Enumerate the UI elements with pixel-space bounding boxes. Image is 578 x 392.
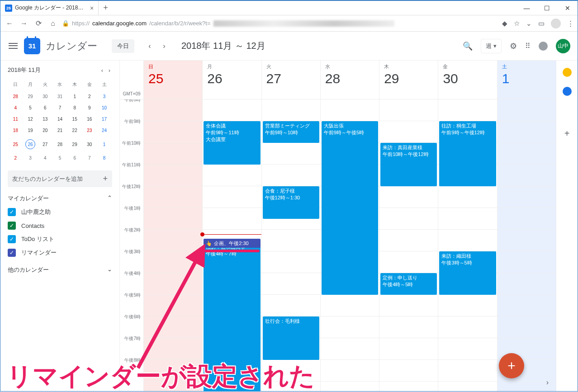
mini-next-icon[interactable]: › (107, 67, 112, 74)
back-icon[interactable]: ← (4, 18, 15, 29)
calendar-event[interactable]: 壮行会：毛利様 (263, 316, 319, 360)
pocket-icon[interactable]: ⌄ (526, 19, 532, 28)
mini-day[interactable]: 1 (97, 137, 111, 152)
mini-day[interactable]: 20 (38, 125, 52, 136)
mini-day[interactable]: 4 (9, 103, 23, 113)
reload-icon[interactable]: ⟳ (33, 18, 44, 29)
mini-day[interactable]: 3 (24, 153, 38, 163)
checkbox-icon[interactable]: ✓ (8, 208, 16, 216)
calendar-item[interactable]: ✓Contacts (8, 222, 112, 230)
add-friend-calendar[interactable]: 友だちのカレンダーを追加 + (8, 170, 112, 187)
tab-close-icon[interactable]: × (90, 5, 94, 12)
checkbox-icon[interactable]: ✓ (8, 249, 16, 257)
hamburger-icon[interactable] (8, 41, 19, 52)
collapse-icon[interactable]: ⌄ (107, 266, 112, 274)
mini-day[interactable]: 12 (24, 114, 38, 124)
panel-icon[interactable]: ▭ (538, 19, 545, 28)
menu-icon[interactable]: ⋮ (567, 19, 574, 28)
mini-day[interactable]: 13 (38, 114, 52, 124)
add-icon[interactable]: + (564, 128, 570, 139)
checkbox-icon[interactable]: ✓ (8, 222, 16, 230)
day-column[interactable]: 大阪出張午前9時～午後5時 (320, 99, 379, 391)
mini-day[interactable]: 22 (68, 125, 82, 136)
day-column[interactable] (497, 99, 556, 391)
mini-day[interactable]: 9 (83, 103, 97, 113)
day-header[interactable]: 木29 (379, 61, 438, 99)
mini-day[interactable]: 18 (9, 125, 23, 136)
mini-prev-icon[interactable]: ‹ (99, 67, 105, 74)
plus-icon[interactable]: + (103, 174, 108, 184)
calendar-item[interactable]: ✓山中鹿之助 (8, 208, 112, 216)
day-header[interactable]: 火27 (261, 61, 320, 99)
mini-day[interactable]: 28 (53, 137, 67, 152)
mini-day[interactable]: 4 (38, 153, 52, 163)
browser-tab[interactable]: 26 Google カレンダー - 2018年 11月 2 × (0, 1, 99, 15)
mini-calendar[interactable]: 日月火水木金土 28293031123456789101112131415161… (8, 78, 112, 164)
mini-day[interactable]: 2 (9, 153, 23, 163)
mini-day[interactable]: 1 (68, 91, 82, 102)
mini-day[interactable]: 24 (97, 125, 111, 136)
mini-day[interactable]: 16 (83, 114, 97, 124)
mini-day[interactable]: 19 (24, 125, 38, 136)
calendar-event[interactable]: 往訪：佐和山商事午後4時～7時 (204, 242, 260, 391)
calendar-event[interactable]: 営業部ミーティング午前9時～10時 (263, 121, 319, 143)
calendar-event[interactable]: 定例：申し送り午後4時～5時 (380, 273, 437, 295)
new-tab-button[interactable]: + (99, 3, 113, 13)
mini-day[interactable]: 28 (9, 91, 23, 102)
sidepanel-chevron-icon[interactable]: › (546, 378, 549, 387)
star-icon[interactable]: ☆ (514, 19, 520, 28)
mini-day[interactable]: 26 (24, 137, 38, 152)
profile-icon[interactable] (551, 19, 561, 28)
day-header[interactable]: 月26 (202, 61, 261, 99)
day-column[interactable]: 全体会議午前9時～11時大会議室往訪：佐和山商事午後4時～7時👆企画、午後2:3… (202, 99, 261, 391)
mini-day[interactable]: 23 (83, 125, 97, 136)
tasks-icon[interactable] (563, 87, 572, 96)
mini-day[interactable]: 27 (38, 137, 52, 152)
mini-day[interactable]: 29 (24, 91, 38, 102)
day-header[interactable]: 日25 (143, 61, 202, 99)
mini-day[interactable]: 6 (38, 103, 52, 113)
mini-day[interactable]: 21 (53, 125, 67, 136)
keep-icon[interactable] (563, 68, 572, 77)
mini-day[interactable]: 7 (53, 103, 67, 113)
calendar-item[interactable]: ✓ToDo リスト (8, 235, 112, 243)
mini-day[interactable]: 8 (68, 103, 82, 113)
calendar-event[interactable]: 往訪：桐生工場午前9時～午後12時 (439, 121, 496, 186)
extension-icon[interactable]: ◆ (502, 19, 507, 28)
mini-day[interactable]: 30 (38, 91, 52, 102)
calendar-event[interactable]: 全体会議午前9時～11時大会議室 (204, 121, 260, 165)
day-column[interactable]: 営業部ミーティング午前9時～10時会食：尼子様午後12時～1:30壮行会：毛利様 (261, 99, 320, 391)
apps-icon[interactable]: ⠿ (525, 42, 531, 50)
mini-day[interactable]: 10 (97, 103, 111, 113)
calendar-event[interactable]: 大阪出張午前9時～午後5時 (322, 121, 378, 295)
url-field[interactable]: 🔒 https://calendar.google.com/calendar/b… (62, 20, 498, 27)
mini-day[interactable]: 5 (53, 153, 67, 163)
next-week-icon[interactable]: › (158, 42, 171, 50)
notifications-icon[interactable] (539, 42, 548, 51)
day-column[interactable] (143, 99, 202, 391)
mini-day[interactable]: 30 (83, 137, 97, 152)
mini-day[interactable]: 15 (68, 114, 82, 124)
calendar-event[interactable]: 来訪：真田産業様午前10時～午後12時 (380, 143, 437, 186)
mini-day[interactable]: 31 (53, 91, 67, 102)
checkbox-icon[interactable]: ✓ (8, 235, 16, 243)
forward-icon[interactable]: → (19, 18, 29, 29)
mini-day[interactable]: 11 (9, 114, 23, 124)
calendar-event[interactable]: 来訪：織田様午後3時～5時 (439, 251, 496, 295)
mini-day[interactable]: 3 (97, 91, 111, 102)
calendar-event[interactable]: 会食：尼子様午後12時～1:30 (263, 186, 319, 219)
search-icon[interactable]: 🔍 (463, 41, 473, 51)
window-maximize-icon[interactable]: ☐ (537, 1, 557, 15)
day-column[interactable]: 来訪：真田産業様午前10時～午後12時定例：申し送り午後4時～5時 (379, 99, 438, 391)
avatar[interactable]: 山中 (556, 39, 570, 53)
prev-week-icon[interactable]: ‹ (143, 42, 156, 50)
day-header[interactable]: 水28 (320, 61, 379, 99)
mini-day[interactable]: 8 (97, 153, 111, 163)
mini-day[interactable]: 2 (83, 91, 97, 102)
view-select[interactable]: 週 ▾ (481, 39, 502, 53)
mini-day[interactable]: 5 (24, 103, 38, 113)
mini-day[interactable]: 7 (83, 153, 97, 163)
reminder-chip[interactable]: 👆企画、午後2:30 (204, 239, 260, 248)
mini-day[interactable]: 29 (68, 137, 82, 152)
day-header[interactable]: 土1 (497, 61, 556, 99)
